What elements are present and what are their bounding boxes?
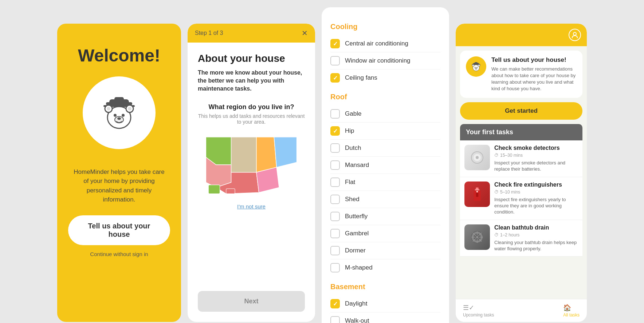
all-tasks-label: All tasks [563, 312, 580, 318]
svg-point-16 [573, 32, 576, 35]
user-profile-icon[interactable] [569, 29, 581, 41]
continue-without-signin-link[interactable]: Continue without sign in [90, 251, 148, 257]
upcoming-tasks-label: Upcoming tasks [463, 312, 494, 318]
checklist-card: Cooling Central air conditioning Window … [322, 7, 449, 323]
mansard-label: Mansard [345, 162, 369, 169]
svg-rect-15 [226, 188, 235, 194]
task-item-smoke-detectors[interactable]: Check smoke detectors ⏱ 15–30 mins Inspe… [460, 140, 582, 177]
task-time-smoke: ⏱ 15–30 mins [494, 153, 578, 158]
checkbox-shed[interactable] [330, 195, 340, 204]
task-time-drain: ⏱ 1–2 hours [494, 232, 578, 238]
checkbox-hip[interactable] [330, 126, 340, 136]
nav-upcoming-tasks[interactable]: ☰✓ Upcoming tasks [463, 304, 494, 318]
checkbox-mansard[interactable] [330, 160, 340, 170]
about-body: About your house The more we know about … [188, 43, 315, 291]
cooling-section-title: Cooling [330, 23, 440, 31]
us-map[interactable] [198, 132, 305, 198]
roof-items: Gable Hip Dutch Mansard Flat Shed Butter… [330, 105, 440, 276]
checkbox-dutch[interactable] [330, 143, 340, 153]
about-description: The more we know about your house, the b… [198, 69, 305, 93]
hip-label: Hip [345, 127, 354, 135]
nav-all-tasks[interactable]: 🏠 All tasks [563, 304, 580, 318]
check-item-window-ac: Window air conditioning [330, 52, 440, 69]
walkout-label: Walk-out [345, 317, 369, 323]
promo-banner: Tell us about your house! We can make be… [460, 51, 582, 98]
upcoming-tasks-icon: ☰✓ [463, 304, 474, 312]
bear-mascot [83, 76, 156, 149]
check-item-mansard: Mansard [330, 157, 440, 174]
dashboard-footer: ☰✓ Upcoming tasks 🏠 All tasks [456, 299, 587, 322]
task-title-smoke: Check smoke detectors [494, 145, 578, 151]
svg-rect-20 [475, 62, 477, 63]
checkbox-daylight[interactable] [330, 299, 340, 308]
check-item-mshaped: M-shaped [330, 259, 440, 276]
mshaped-label: M-shaped [345, 264, 373, 271]
dashboard-header [456, 24, 587, 46]
task-time-fire: ⏱ 5–10 mins [494, 190, 578, 195]
promo-text-block: Tell us about your house! We can make be… [491, 56, 577, 92]
checkbox-gable[interactable] [330, 109, 340, 119]
task-info-smoke: Check smoke detectors ⏱ 15–30 mins Inspe… [494, 145, 578, 172]
svg-point-9 [128, 107, 131, 111]
tasks-header-label: Your first tasks [466, 128, 513, 136]
dashboard-card: Tell us about your house! We can make be… [456, 24, 587, 322]
svg-point-24 [473, 65, 474, 66]
svg-rect-3 [114, 97, 124, 101]
promo-bear-icon [466, 56, 486, 77]
task-item-bathtub-drain[interactable]: Clean bathtub drain ⏱ 1–2 hours Cleaning… [460, 220, 582, 257]
task-info-fire: Check fire extinguishers ⏱ 5–10 mins Ins… [494, 182, 578, 215]
checkbox-walkout[interactable] [330, 316, 340, 323]
basement-items: Daylight Walk-out [330, 295, 440, 323]
tasks-header: Your first tasks [460, 124, 582, 140]
cooling-items: Central air conditioning Window air cond… [330, 35, 440, 86]
welcome-card: Welcome! HomeMinder h [57, 24, 181, 322]
roof-section-title: Roof [330, 93, 440, 101]
checkbox-mshaped[interactable] [330, 263, 340, 272]
svg-point-27 [475, 67, 475, 67]
check-item-gable: Gable [330, 105, 440, 123]
welcome-title: Welcome! [78, 45, 160, 65]
svg-point-11 [122, 114, 125, 117]
checkbox-gambrel[interactable] [330, 229, 340, 238]
svg-point-7 [107, 107, 110, 111]
promo-title: Tell us about your house! [491, 56, 577, 64]
tell-house-button[interactable]: Tell us about your house [68, 215, 170, 245]
checkbox-butterfly[interactable] [330, 212, 340, 221]
check-item-flat: Flat [330, 174, 440, 191]
dutch-label: Dutch [345, 144, 361, 152]
check-item-dutch: Dutch [330, 140, 440, 157]
task-desc-smoke: Inspect your smoke detectors and replace… [494, 160, 578, 172]
shed-label: Shed [345, 196, 360, 203]
region-subtext: This helps us add tasks and resources re… [198, 113, 305, 125]
gambrel-label: Gambrel [345, 230, 369, 237]
task-title-drain: Clean bathtub drain [494, 224, 578, 231]
svg-rect-36 [476, 193, 478, 197]
checkbox-central-ac[interactable] [330, 39, 340, 48]
next-button[interactable]: Next [198, 291, 305, 312]
check-item-gambrel: Gambrel [330, 225, 440, 242]
get-started-button[interactable]: Get started [460, 102, 582, 120]
task-desc-fire: Inspect fire extinguishers yearly to ens… [494, 197, 578, 215]
svg-rect-14 [208, 185, 220, 194]
flat-label: Flat [345, 179, 355, 186]
check-item-hip: Hip [330, 123, 440, 140]
check-item-shed: Shed [330, 191, 440, 208]
map-svg [199, 132, 304, 198]
check-item-dormer: Dormer [330, 242, 440, 259]
task-item-fire-extinguishers[interactable]: Check fire extinguishers ⏱ 5–10 mins Ins… [460, 177, 582, 220]
check-item-butterfly: Butterfly [330, 208, 440, 225]
svg-rect-34 [476, 188, 479, 190]
checkbox-window-ac[interactable] [330, 56, 340, 65]
close-button[interactable]: ✕ [302, 29, 308, 37]
task-title-fire: Check fire extinguishers [494, 182, 578, 188]
checkbox-flat[interactable] [330, 178, 340, 187]
promo-description: We can make better recommendations about… [491, 66, 577, 92]
gable-label: Gable [345, 110, 361, 117]
checkbox-ceiling-fans[interactable] [330, 73, 340, 83]
not-sure-link[interactable]: I'm not sure [198, 203, 305, 210]
about-house-card: Step 1 of 3 ✕ About your house The more … [188, 24, 315, 322]
ceiling-fans-label: Ceiling fans [345, 74, 377, 81]
checkbox-dormer[interactable] [330, 246, 340, 255]
butterfly-label: Butterfly [345, 213, 368, 220]
welcome-description: HomeMinder helps you take care of your h… [68, 167, 170, 204]
